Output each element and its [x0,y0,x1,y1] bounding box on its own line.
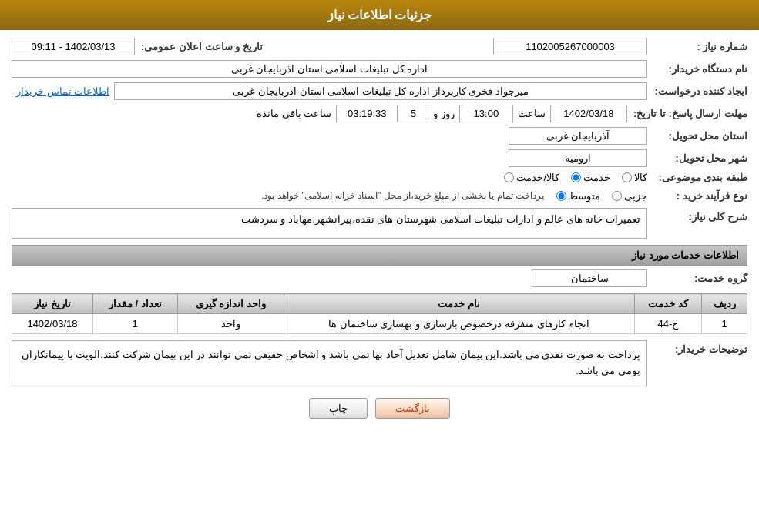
dastgah-row: نام دستگاه خریدار: اداره کل تبلیغات اسلا… [12,60,747,78]
nooe-option-1: متوسط [556,190,600,202]
ostan-value: آذربایجان غربی [509,127,647,145]
ostan-label: استان محل تحویل: [647,130,747,142]
buyer-notes-label: توضیحات خریدار: [647,340,747,355]
dastgah-value: اداره کل تبلیغات اسلامی استان اذربایجان … [12,60,647,78]
contact-link[interactable]: اطلاعات تماس خریدار [12,83,114,99]
col-name: نام خدمت [284,294,634,314]
tabaqe-label-2: کالا/خدمت [516,172,559,183]
mohlat-remain-label: ساعت باقی مانده [252,105,336,122]
print-button[interactable]: چاپ [309,398,368,419]
shahr-row: شهر محل تحویل: ارومیه [12,149,747,167]
sharh-label: شرح کلی نیاز: [647,208,747,223]
khadamat-table-section: ردیف کد خدمت نام خدمت واحد اندازه گیری ت… [12,293,747,334]
buttons-row: بازگشت چاپ [12,398,747,419]
announce-label: تاریخ و ساعت اعلان عمومی: [135,41,263,52]
tabaqe-option-2: کالا/خدمت [504,172,559,183]
mohlat-time-label: ساعت [513,105,550,122]
tabaqe-radio-1[interactable] [571,172,581,182]
ostan-row: استان محل تحویل: آذربایجان غربی [12,127,747,145]
tabaqe-label-0: کالا [634,172,647,183]
ijad-label: ایجاد کننده درخواست: [647,85,747,97]
announce-value: 1402/03/13 - 09:11 [12,38,135,55]
tabaqe-radio-2[interactable] [504,172,514,182]
shahr-label: شهر محل تحویل: [647,152,747,164]
nooe-radio-1[interactable] [556,191,566,201]
col-kod: کد خدمت [634,294,702,314]
col-tedad: تعداد / مقدار [92,294,177,314]
page-title: جزئیات اطلاعات نیاز [327,8,432,22]
sharh-value: تعمیرات خانه های عالم و ادارات تبلیغات ا… [12,208,647,239]
nooe-option-0: جزیی [612,190,647,202]
table-header-row: ردیف کد خدمت نام خدمت واحد اندازه گیری ت… [12,294,747,314]
nooe-label-0: جزیی [624,190,647,202]
cell-name: انجام کارهای متفرقه درخصوص بازسازی و بهس… [284,314,634,334]
nooe-farayand-row: نوع فرآیند خرید : جزیی متوسط پرداخت تمام… [12,188,747,203]
content-area: شماره نیاز : 1102005267000003 تاریخ و سا… [0,30,759,438]
shomara-niaz-label: شماره نیاز : [647,41,747,52]
cell-tedad: 1 [92,314,177,334]
tabaqe-row: طبقه بندی موضوعی: کالا خدمت کالا/خدمت [12,172,747,183]
mohlat-date: 1402/03/18 [550,105,627,122]
shomara-niaz-value: 1102005267000003 [493,38,647,55]
cell-vahad: واحد [177,314,284,334]
tabaqe-radio-0[interactable] [622,172,632,182]
tabaqe-label-1: خدمت [583,172,610,183]
col-radif: ردیف [702,294,747,314]
buyer-notes-row: توضیحات خریدار: پرداخت به صورت نقدی می ب… [12,340,747,386]
tabaqe-option-0: کالا [622,172,647,183]
mohlat-day-label: روز و [428,105,459,122]
khadamat-table: ردیف کد خدمت نام خدمت واحد اندازه گیری ت… [12,293,747,334]
shahr-value: ارومیه [509,149,647,167]
dastgah-label: نام دستگاه خریدار: [647,63,747,75]
khadamat-section-header: اطلاعات خدمات مورد نیاز [12,245,747,266]
col-tarikh: تاریخ نیاز [12,294,93,314]
shomara-row: شماره نیاز : 1102005267000003 تاریخ و سا… [12,38,747,55]
ijad-value: میرجواد فخری کاربرداز اداره کل تبلیغات ا… [114,82,647,100]
tabaqe-label: طبقه بندی موضوعی: [647,172,747,183]
cell-radif: 1 [702,314,747,334]
tabaqe-option-1: خدمت [571,172,610,183]
table-row: 1 ح-44 انجام کارهای متفرقه درخصوص بازساز… [12,314,747,334]
group-khadamat-label: گروه خدمت: [647,273,747,284]
ijad-row: ایجاد کننده درخواست: میرجواد فخری کاربرد… [12,82,747,100]
group-khadamat-row: گروه خدمت: ساختمان [12,269,747,287]
buyer-notes-value: پرداخت به صورت نقدی می باشد.این بیمان شا… [12,340,647,386]
cell-kod: ح-44 [634,314,702,334]
nooe-farayand-note: پرداخت تمام یا بخشی از مبلغ خرید،از محل … [257,188,549,203]
mohlat-label: مهلت ارسال پاسخ: تا تاریخ: [627,108,747,119]
mohlat-time: 13:00 [459,105,513,122]
page-wrapper: جزئیات اطلاعات نیاز شماره نیاز : 1102005… [0,0,759,532]
nooe-farayand-radio-group: جزیی متوسط [556,190,647,202]
mohlat-row: مهلت ارسال پاسخ: تا تاریخ: 1402/03/18 سا… [12,105,747,122]
mohlat-remain: 03:19:33 [336,105,398,122]
col-vahad: واحد اندازه گیری [177,294,284,314]
back-button[interactable]: بازگشت [375,398,450,419]
nooe-label-1: متوسط [569,190,600,202]
nooe-farayand-label: نوع فرآیند خرید : [647,190,747,202]
tabaqe-radio-group: کالا خدمت کالا/خدمت [504,172,647,183]
cell-tarikh: 1402/03/18 [12,314,93,334]
sharh-row: شرح کلی نیاز: تعمیرات خانه های عالم و اد… [12,208,747,239]
page-header: جزئیات اطلاعات نیاز [0,0,759,30]
mohlat-days: 5 [398,105,428,122]
nooe-radio-0[interactable] [612,191,622,201]
group-khadamat-value: ساختمان [532,269,647,287]
